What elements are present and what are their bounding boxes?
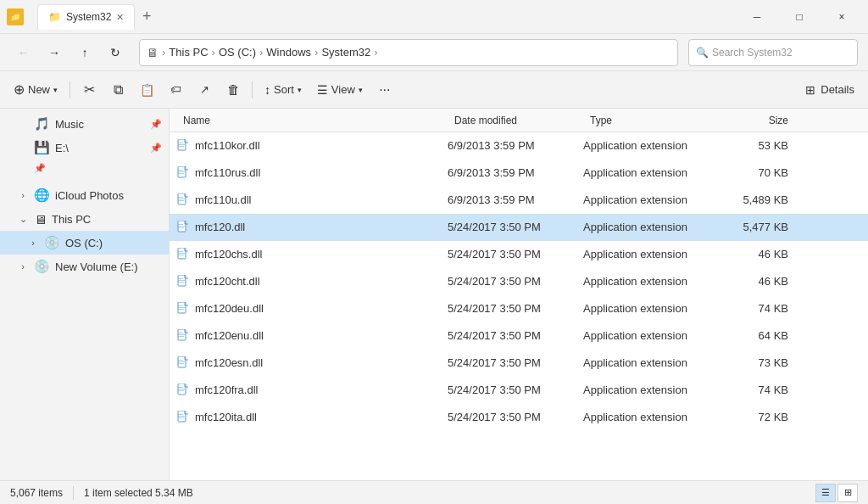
path-segment-system32[interactable]: System32 [321,46,370,59]
new-tab-button[interactable]: + [135,5,159,29]
table-row[interactable]: mfc120enu.dll 5/24/2017 3:50 PM Applicat… [170,322,868,350]
dll-file-icon [176,221,190,234]
sort-chevron: ▾ [298,86,302,94]
path-segment-osc[interactable]: OS (C:) [219,46,256,59]
new-button[interactable]: ⊕ New ▾ [7,76,64,104]
list-view-button[interactable]: ☰ [815,484,836,502]
col-header-name[interactable]: Name [176,109,448,132]
details-icon: ⊞ [805,83,815,97]
file-type-cell: Application extension [583,329,719,342]
active-tab[interactable]: 📁 System32 ✕ [37,4,135,30]
dll-file-icon [176,356,190,370]
svg-rect-18 [178,253,185,254]
sidebar-label-icloud: iCloud Photos [55,189,162,202]
dll-file-icon [176,193,190,207]
svg-rect-1 [178,143,183,143]
dll-file-icon [176,384,190,397]
svg-rect-29 [178,333,183,333]
sidebar-item-pinunpin[interactable]: 📌 [0,160,169,176]
sidebar-item-osc[interactable]: › 💿 OS (C:) [0,231,169,255]
file-date-cell: 5/24/2017 3:50 PM [448,221,583,233]
table-row[interactable]: mfc120.dll 5/24/2017 3:50 PM Application… [170,214,868,241]
file-size-cell: 64 KB [719,329,795,342]
search-bar[interactable]: 🔍 Search System32 [688,39,858,66]
file-type-cell: Application extension [583,221,719,233]
sidebar-item-edrive[interactable]: 💾 E:\ 📌 [0,136,169,160]
col-header-type[interactable]: Type [583,109,719,132]
col-header-size[interactable]: Size [719,109,795,132]
view-button[interactable]: ☰ View ▾ [310,76,370,104]
close-button[interactable]: × [822,4,861,30]
view-chevron: ▾ [359,86,363,94]
details-button[interactable]: ⊞ Details [798,76,861,104]
toolbar-separator-2 [252,81,253,98]
tab-close-button[interactable]: ✕ [116,12,124,23]
address-sep: › [162,46,165,59]
refresh-button[interactable]: ↻ [102,39,129,66]
item-count: 5,067 items [10,487,63,499]
minimize-button[interactable]: ─ [737,4,776,30]
svg-rect-31 [178,336,184,337]
cut-button[interactable]: ✂ [75,76,103,104]
new-chevron: ▾ [53,86,58,94]
table-row[interactable]: mfc120deu.dll 5/24/2017 3:50 PM Applicat… [170,295,868,322]
table-row[interactable]: mfc120cht.dll 5/24/2017 3:50 PM Applicat… [170,268,868,295]
table-row[interactable]: mfc120esn.dll 5/24/2017 3:50 PM Applicat… [170,350,868,377]
svg-rect-3 [178,146,184,147]
sidebar-item-thispc[interactable]: ⌄ 🖥 This PC [0,207,169,231]
grid-view-button[interactable]: ⊞ [837,484,858,502]
edrive-icon: 💾 [34,140,50,155]
table-row[interactable]: mfc110kor.dll 6/9/2013 3:59 PM Applicati… [170,132,868,160]
file-date-cell: 5/24/2017 3:50 PM [448,275,583,288]
up-button[interactable]: ↑ [71,39,98,66]
new-icon: ⊕ [14,81,25,98]
toolbar-separator-1 [70,81,70,98]
path-segment-windows[interactable]: Windows [266,46,311,59]
file-type-cell: Application extension [583,193,719,206]
col-header-date[interactable]: Date modified [448,109,583,132]
svg-rect-42 [178,416,185,417]
sidebar-item-icloud[interactable]: › 🌐 iCloud Photos [0,183,169,207]
maximize-button[interactable]: □ [780,4,819,30]
table-row[interactable]: mfc120chs.dll 5/24/2017 3:50 PM Applicat… [170,241,868,268]
svg-rect-7 [178,173,184,174]
path-segment-thispc[interactable]: This PC [169,46,208,59]
sidebar-item-music[interactable]: 🎵 Music 📌 [0,112,169,136]
file-type-cell: Application extension [583,356,719,369]
sidebar: 🎵 Music 📌 💾 E:\ 📌 📌 › 🌐 iCloud Photos ⌄ … [0,109,170,480]
file-list[interactable]: mfc110kor.dll 6/9/2013 3:59 PM Applicati… [170,132,868,480]
address-sep3: › [259,46,263,59]
window-icon: 📁 [7,8,24,25]
delete-button[interactable]: 🗑 [220,76,247,104]
table-row[interactable]: mfc120ita.dll 5/24/2017 3:50 PM Applicat… [170,404,868,431]
table-row[interactable]: mfc120fra.dll 5/24/2017 3:50 PM Applicat… [170,377,868,404]
tab-bar: 📁 System32 ✕ + [37,4,724,30]
rename-button[interactable]: 🏷 [162,76,189,104]
table-row[interactable]: mfc110u.dll 6/9/2013 3:59 PM Application… [170,187,868,214]
svg-rect-22 [178,280,185,281]
details-label: Details [821,83,854,96]
table-row[interactable]: mfc110rus.dll 6/9/2013 3:59 PM Applicati… [170,160,868,187]
newvol-icon: 💿 [34,259,50,274]
sort-button[interactable]: ↕ Sort ▾ [258,76,309,104]
file-type-cell: Application extension [583,411,719,423]
file-date-cell: 6/9/2013 3:59 PM [448,166,583,179]
monitor-icon: 🖥 [147,46,159,59]
paste-button[interactable]: 📋 [133,76,160,104]
sidebar-item-newvol[interactable]: › 💿 New Volume (E:) [0,255,169,278]
file-name-cell: mfc120deu.dll [176,302,448,316]
file-name-cell: mfc120chs.dll [176,248,448,261]
file-type-cell: Application extension [583,166,719,179]
share-button[interactable]: ↗ [191,76,218,104]
dll-file-icon [176,302,190,316]
file-size-cell: 74 KB [719,384,795,396]
file-type-cell: Application extension [583,384,719,396]
nav-bar: ← → ↑ ↻ 🖥 › This PC › OS (C:) › Windows … [0,34,868,71]
svg-rect-19 [178,255,184,255]
forward-button[interactable]: → [41,39,68,66]
back-button[interactable]: ← [10,39,37,66]
address-bar[interactable]: 🖥 › This PC › OS (C:) › Windows › System… [139,39,678,66]
more-button[interactable]: ··· [371,76,398,104]
sort-label: Sort [274,83,294,96]
copy-button[interactable]: ⧉ [104,76,131,104]
